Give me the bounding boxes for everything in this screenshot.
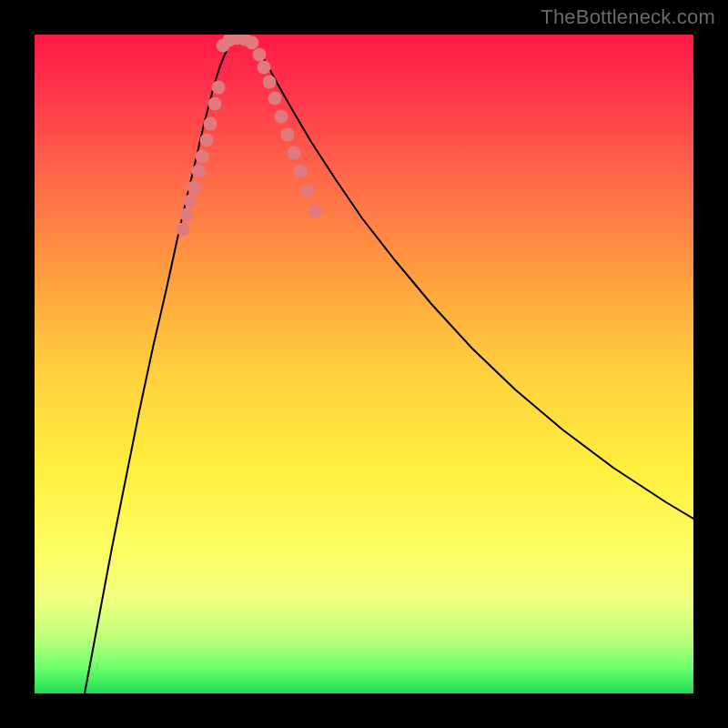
marker-group	[177, 35, 322, 237]
plot-area	[35, 35, 693, 693]
data-marker	[184, 195, 197, 208]
watermark-text: TheBottleneck.com	[541, 5, 715, 29]
data-marker	[196, 150, 209, 164]
data-marker	[246, 36, 259, 50]
data-marker	[192, 165, 206, 178]
data-marker	[187, 181, 201, 195]
data-marker	[212, 81, 226, 95]
left-curve	[85, 36, 236, 693]
data-marker	[208, 97, 222, 111]
data-marker	[200, 134, 214, 147]
data-marker	[177, 223, 190, 237]
chart-frame: TheBottleneck.com	[0, 0, 728, 728]
data-marker	[294, 165, 308, 178]
curves-svg	[35, 35, 693, 693]
data-marker	[268, 92, 282, 106]
data-marker	[288, 147, 301, 160]
data-marker	[180, 208, 194, 222]
data-marker	[253, 48, 267, 62]
data-marker	[301, 185, 315, 198]
data-marker	[258, 61, 271, 75]
data-marker	[204, 117, 217, 131]
right-curve	[246, 36, 693, 519]
data-marker	[275, 110, 288, 124]
data-marker	[281, 128, 295, 142]
data-marker	[263, 76, 277, 89]
data-marker	[308, 205, 322, 218]
